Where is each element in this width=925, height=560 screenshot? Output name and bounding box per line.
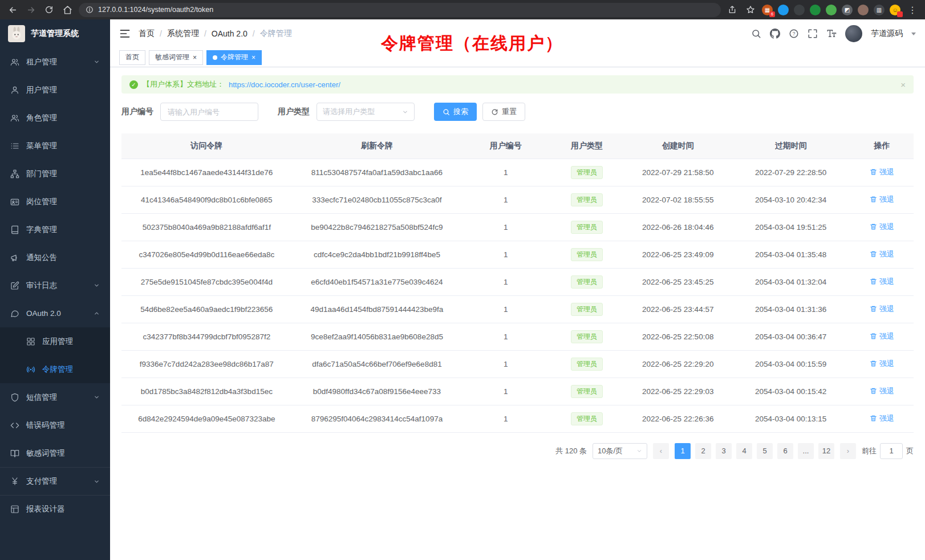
trash-icon: [870, 415, 877, 422]
force-logout-button[interactable]: 强退: [870, 331, 894, 342]
force-logout-button[interactable]: 强退: [870, 249, 894, 259]
goto-page-input[interactable]: [880, 443, 903, 459]
close-icon[interactable]: ×: [193, 54, 197, 61]
tab-token[interactable]: 令牌管理 ×: [206, 50, 262, 65]
page-button-1[interactable]: 1: [675, 443, 691, 459]
breadcrumb-oauth2[interactable]: OAuth 2.0: [212, 29, 248, 38]
sidebar-item-dept[interactable]: 部门管理: [0, 160, 110, 188]
expire-time-cell: 2054-03-04 01:35:48: [731, 241, 850, 268]
caret-down-icon[interactable]: [911, 33, 916, 35]
user-id-input[interactable]: [160, 103, 258, 121]
user-type-select[interactable]: 请选择用户类型: [317, 103, 415, 121]
user-type-cell: 管理员: [549, 241, 624, 268]
tab-sensitive-word[interactable]: 敏感词管理 ×: [149, 50, 203, 65]
browser-menu-icon[interactable]: ⋮: [906, 3, 919, 17]
doc-link[interactable]: https://doc.iocoder.cn/user-center/: [229, 80, 340, 89]
id-card-icon: [10, 197, 19, 206]
prev-page-button[interactable]: ‹: [653, 443, 669, 459]
browser-profile-avatar[interactable]: ☺: [890, 5, 900, 15]
next-page-button[interactable]: ›: [840, 443, 856, 459]
sidebar-item-notice[interactable]: 通知公告: [0, 244, 110, 271]
browser-home-icon[interactable]: [60, 3, 74, 17]
user-avatar[interactable]: [845, 25, 862, 42]
sidebar-item-sms[interactable]: 短信管理: [0, 383, 110, 411]
help-icon[interactable]: ?: [789, 29, 799, 39]
force-logout-button[interactable]: 强退: [870, 304, 894, 314]
browser-forward-icon[interactable]: [24, 3, 38, 17]
force-logout-button[interactable]: 强退: [870, 194, 894, 205]
sidebar-item-user[interactable]: 用户管理: [0, 76, 110, 104]
reset-button[interactable]: 重置: [482, 103, 525, 121]
extension-clover-icon[interactable]: [826, 5, 837, 15]
page-size-select[interactable]: 10条/页: [593, 443, 647, 459]
tab-home[interactable]: 首页: [119, 50, 145, 65]
search-icon[interactable]: [751, 29, 761, 39]
page-button-2[interactable]: 2: [695, 443, 711, 459]
extension-dark-icon[interactable]: [794, 5, 805, 15]
sidebar-toggle-icon[interactable]: ▥: [874, 5, 885, 15]
extension-bird-icon[interactable]: [778, 5, 789, 15]
sidebar-item-oauth2-token[interactable]: 令牌管理: [0, 355, 110, 383]
expire-time-cell: 2054-03-04 00:15:42: [731, 378, 850, 405]
extension-green-icon[interactable]: [810, 5, 821, 15]
breadcrumb-separator: /: [204, 29, 206, 38]
extension-paw-icon[interactable]: [858, 5, 869, 15]
sidebar-item-post[interactable]: 岗位管理: [0, 188, 110, 216]
site-info-icon[interactable]: [86, 6, 94, 14]
force-logout-button[interactable]: 强退: [870, 413, 894, 424]
force-logout-button[interactable]: 强退: [870, 386, 894, 396]
hamburger-icon[interactable]: [119, 28, 131, 39]
trash-icon: [870, 223, 877, 230]
app-logo[interactable]: 芋道管理系统: [0, 19, 110, 48]
browser-back-icon[interactable]: [6, 3, 19, 17]
address-bar[interactable]: 127.0.0.1:1024/system/oauth2/token: [79, 3, 721, 17]
page-button-3[interactable]: 3: [716, 443, 732, 459]
pagination-ellipsis[interactable]: ...: [798, 443, 814, 459]
browser-reload-icon[interactable]: [42, 3, 56, 17]
expire-time-cell: 2054-03-04 00:36:47: [731, 323, 850, 350]
success-check-icon: ✓: [129, 80, 138, 89]
force-logout-button[interactable]: 强退: [870, 277, 894, 287]
breadcrumb-system[interactable]: 系统管理: [167, 29, 199, 39]
extensions-puzzle-icon[interactable]: ◩: [842, 5, 853, 15]
sidebar-item-oauth2[interactable]: OAuth 2.0: [0, 299, 110, 327]
font-size-icon[interactable]: [826, 29, 837, 39]
main-area: 首页 / 系统管理 / OAuth 2.0 / 令牌管理 ?: [110, 19, 925, 560]
breadcrumb-home[interactable]: 首页: [139, 29, 155, 39]
sidebar-item-oauth2-app[interactable]: 应用管理: [0, 327, 110, 355]
expire-time-cell: 2054-03-04 01:31:36: [731, 295, 850, 323]
sidebar-item-tenant[interactable]: 租户管理: [0, 48, 110, 76]
alert-close-icon[interactable]: ×: [900, 80, 906, 90]
bookmark-star-icon[interactable]: [744, 3, 757, 17]
page-button-4[interactable]: 4: [736, 443, 752, 459]
extension-badge: 6: [769, 11, 775, 17]
force-logout-button[interactable]: 强退: [870, 222, 894, 232]
sidebar-item-sensitive-word[interactable]: 敏感词管理: [0, 439, 110, 467]
sidebar-item-menu[interactable]: 菜单管理: [0, 132, 110, 160]
sidebar-item-error-code[interactable]: 错误码管理: [0, 411, 110, 439]
sidebar-item-pay[interactable]: 支付管理: [0, 467, 110, 495]
search-button[interactable]: 搜索: [434, 103, 477, 121]
share-icon[interactable]: [725, 3, 739, 17]
force-logout-button[interactable]: 强退: [870, 359, 894, 369]
github-icon[interactable]: [770, 29, 780, 39]
page-button-5[interactable]: 5: [757, 443, 773, 459]
extension-pixel-icon[interactable]: ▦6: [762, 5, 773, 15]
close-icon[interactable]: ×: [251, 54, 255, 61]
fullscreen-icon[interactable]: [808, 29, 818, 39]
refresh-token-cell: e6cfd40eb1f54571a31e775e039c4624: [292, 268, 462, 295]
sidebar-item-report-designer[interactable]: 报表设计器: [0, 495, 110, 523]
expire-time-cell: 2054-03-04 00:15:59: [731, 350, 850, 378]
sidebar-item-label: 菜单管理: [26, 141, 57, 151]
user-name[interactable]: 芋道源码: [871, 29, 903, 39]
sidebar-item-audit-log[interactable]: 审计日志: [0, 271, 110, 299]
tab-label: 令牌管理: [221, 52, 248, 62]
page-size-value: 10条/页: [598, 446, 623, 456]
sidebar-item-dict[interactable]: 字典管理: [0, 216, 110, 244]
force-logout-button[interactable]: 强退: [870, 167, 894, 177]
page-button-12[interactable]: 12: [818, 443, 834, 459]
page-button-6[interactable]: 6: [777, 443, 793, 459]
shield-icon: [10, 393, 19, 402]
expire-time-cell: 2054-03-04 01:32:04: [731, 268, 850, 295]
sidebar-item-role[interactable]: 角色管理: [0, 104, 110, 132]
